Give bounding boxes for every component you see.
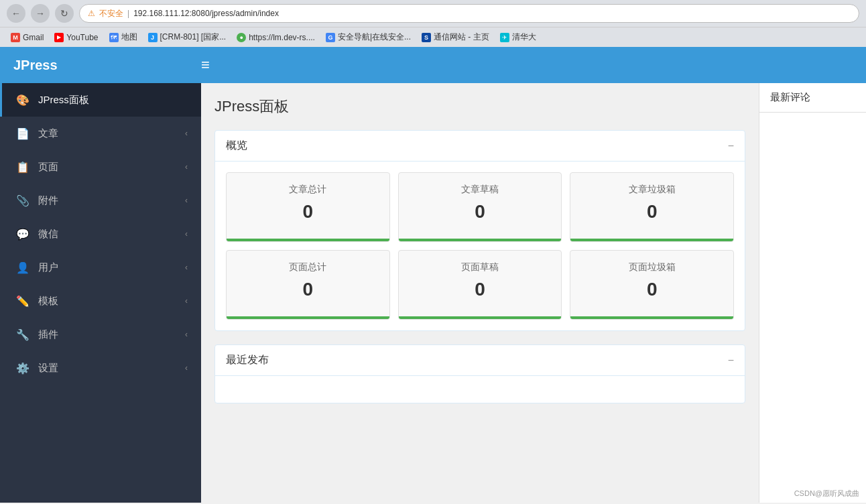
bookmark-youtube[interactable]: ▶ YouTube (50, 32, 102, 44)
stat-articles-trash-bar (570, 239, 733, 241)
maps-icon: 🗺 (109, 33, 119, 42)
stat-pages-draft-value: 0 (410, 279, 551, 300)
reload-button[interactable]: ↻ (55, 4, 74, 23)
bookmark-security[interactable]: G 安全导航|在线安全... (322, 30, 415, 44)
sidebar-item-dashboard-label: JPress面板 (38, 94, 188, 107)
stat-articles-total-bar (227, 239, 389, 241)
bookmarks-bar: M Gmail ▶ YouTube 🗺 地图 J [CRM-801] [国家..… (0, 27, 866, 47)
recent-card-header: 最近发布 − (215, 345, 745, 376)
recent-card-body (215, 376, 745, 403)
stat-articles-total-value: 0 (237, 201, 379, 223)
app-logo: JPress (13, 58, 201, 73)
bookmark-crm[interactable]: J [CRM-801] [国家... (144, 30, 231, 44)
pages-chevron-icon: ‹ (185, 162, 188, 172)
sidebar-item-attachments-label: 附件 (38, 194, 185, 207)
settings-chevron-icon: ‹ (185, 363, 188, 373)
watermark: CSDN@愿听风成曲 (794, 489, 859, 499)
gmail-icon: M (11, 33, 20, 42)
stat-articles-draft-label: 文章草稿 (410, 184, 551, 196)
settings-icon: ⚙️ (15, 361, 30, 375)
stat-pages-total-label: 页面总计 (237, 261, 379, 273)
recent-card: 最近发布 − (214, 344, 745, 403)
shida-icon: S (422, 33, 431, 42)
back-button[interactable]: ← (7, 4, 25, 23)
users-icon: 👤 (15, 260, 30, 275)
templates-chevron-icon: ‹ (185, 296, 188, 306)
bookmark-qinghua[interactable]: ✈ 清华大 (496, 30, 540, 44)
bookmark-https-label: https://lm.dev-rs.... (249, 33, 315, 42)
stat-pages-trash-value: 0 (581, 279, 723, 300)
app-wrapper: JPress ≡ 🎨 JPress面板 📄 文章 ‹ 📋 页面 ‹ 📎 附件 (0, 47, 866, 503)
bookmark-https[interactable]: ● https://lm.dev-rs.... (233, 32, 319, 44)
app-header: JPress ≡ (0, 47, 866, 83)
stats-grid: 文章总计 0 文章草稿 0 文章垃圾箱 0 (226, 172, 734, 320)
browser-toolbar: ← → ↻ ⚠ 不安全 | 192.168.111.12:8080/jpress… (0, 0, 866, 27)
bookmark-gmail-label: Gmail (23, 33, 44, 42)
browser-chrome: ← → ↻ ⚠ 不安全 | 192.168.111.12:8080/jpress… (0, 0, 866, 47)
stat-pages-total-value: 0 (237, 279, 379, 300)
stat-articles-trash-label: 文章垃圾箱 (581, 184, 723, 196)
forward-button[interactable]: → (31, 4, 50, 23)
address-bar[interactable]: ⚠ 不安全 | 192.168.111.12:8080/jpress/admin… (79, 4, 859, 23)
stat-pages-total: 页面总计 0 (226, 250, 390, 320)
attachments-chevron-icon: ‹ (185, 196, 188, 205)
right-sidebar-title: 最新评论 (759, 83, 866, 113)
overview-card-title: 概览 (226, 139, 247, 153)
security-label: 不安全 (99, 8, 123, 19)
address-text: 192.168.111.12:8080/jpress/admin/index (133, 9, 279, 18)
stat-articles-total-label: 文章总计 (237, 184, 379, 196)
bookmark-gmail[interactable]: M Gmail (7, 32, 48, 44)
attachments-icon: 📎 (15, 193, 30, 208)
right-sidebar: 最新评论 (759, 83, 866, 503)
sidebar-item-articles[interactable]: 📄 文章 ‹ (0, 117, 201, 150)
stat-pages-draft-label: 页面草稿 (410, 261, 551, 273)
sidebar-item-users[interactable]: 👤 用户 ‹ (0, 251, 201, 284)
users-chevron-icon: ‹ (185, 263, 188, 272)
stat-articles-draft: 文章草稿 0 (398, 172, 562, 242)
sidebar-item-pages[interactable]: 📋 页面 ‹ (0, 150, 201, 184)
articles-chevron-icon: ‹ (185, 129, 188, 138)
stat-articles-trash: 文章垃圾箱 0 (570, 172, 734, 242)
articles-icon: 📄 (15, 126, 30, 141)
recent-card-title: 最近发布 (226, 353, 269, 367)
stat-articles-total: 文章总计 0 (226, 172, 390, 242)
stat-articles-trash-value: 0 (581, 201, 723, 223)
bookmark-shida[interactable]: S 通信网站 - 主页 (418, 30, 493, 44)
stat-pages-trash-label: 页面垃圾箱 (581, 261, 723, 273)
sidebar: 🎨 JPress面板 📄 文章 ‹ 📋 页面 ‹ 📎 附件 ‹ 💬 微信 (0, 83, 201, 503)
plugins-icon: 🔧 (15, 327, 30, 342)
sidebar-item-attachments[interactable]: 📎 附件 ‹ (0, 184, 201, 217)
wechat-icon: 💬 (15, 227, 30, 241)
app-body: 🎨 JPress面板 📄 文章 ‹ 📋 页面 ‹ 📎 附件 ‹ 💬 微信 (0, 83, 866, 503)
sidebar-item-wechat[interactable]: 💬 微信 ‹ (0, 217, 201, 251)
security-warning-icon: ⚠ (88, 9, 95, 18)
sidebar-item-templates[interactable]: ✏️ 模板 ‹ (0, 284, 201, 318)
templates-icon: ✏️ (15, 294, 30, 308)
stat-pages-trash: 页面垃圾箱 0 (570, 250, 734, 320)
sidebar-item-plugins[interactable]: 🔧 插件 ‹ (0, 318, 201, 351)
sidebar-item-plugins-label: 插件 (38, 328, 185, 341)
stat-pages-total-bar (227, 316, 389, 319)
bookmark-qinghua-label: 清华大 (512, 32, 536, 43)
recent-minimize-button[interactable]: − (728, 355, 734, 366)
plugins-chevron-icon: ‹ (185, 330, 188, 339)
sidebar-item-dashboard[interactable]: 🎨 JPress面板 (0, 83, 201, 117)
crm-icon: J (148, 33, 158, 42)
page-title: JPress面板 (214, 97, 745, 117)
bookmark-youtube-label: YouTube (66, 33, 98, 42)
bookmark-maps-label: 地图 (121, 32, 137, 43)
sidebar-item-settings-label: 设置 (38, 362, 185, 375)
bookmark-maps[interactable]: 🗺 地图 (105, 30, 141, 44)
dashboard-icon: 🎨 (15, 92, 30, 107)
stat-articles-draft-bar (399, 239, 562, 241)
pages-icon: 📋 (15, 160, 30, 174)
sidebar-item-settings[interactable]: ⚙️ 设置 ‹ (0, 351, 201, 385)
bookmark-shida-label: 通信网站 - 主页 (434, 32, 489, 43)
wechat-chevron-icon: ‹ (185, 229, 188, 239)
overview-minimize-button[interactable]: − (728, 141, 734, 151)
overview-card-body: 文章总计 0 文章草稿 0 文章垃圾箱 0 (215, 162, 745, 330)
overview-card-header: 概览 − (215, 131, 745, 162)
main-content: JPress面板 概览 − 文章总计 0 (201, 83, 759, 503)
bookmark-crm-label: [CRM-801] [国家... (160, 32, 227, 43)
hamburger-button[interactable]: ≡ (201, 56, 210, 74)
